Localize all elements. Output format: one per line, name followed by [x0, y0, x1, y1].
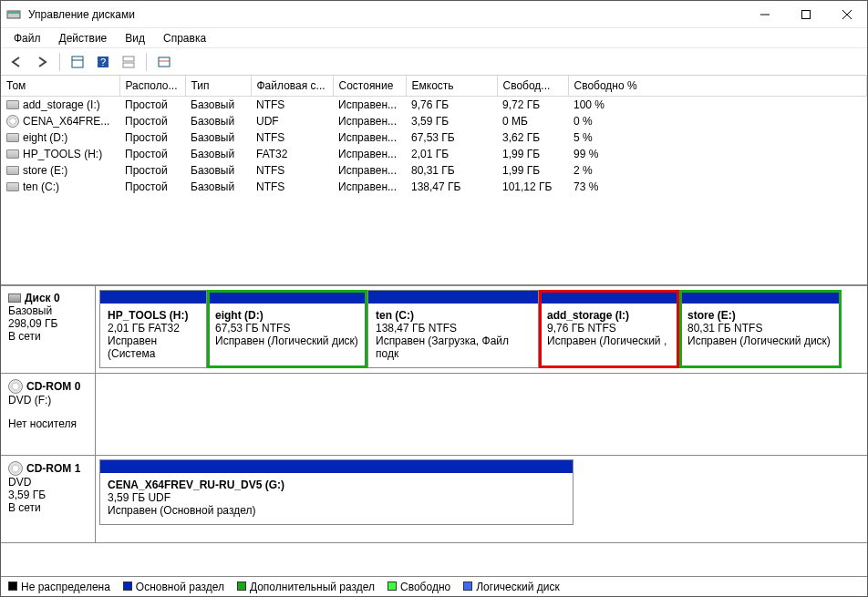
close-button[interactable] — [826, 1, 867, 27]
legend-logical-icon — [463, 582, 472, 591]
svg-rect-1 — [7, 11, 20, 14]
help-icon[interactable]: ? — [93, 52, 113, 72]
volume-icon — [6, 149, 19, 159]
col-free[interactable]: Свобод... — [497, 76, 568, 97]
toolbar-layout-icon[interactable] — [119, 52, 139, 72]
table-row[interactable]: store (E:)ПростойБазовыйNTFSИсправен...8… — [1, 162, 867, 179]
table-row[interactable]: eight (D:)ПростойБазовыйNTFSИсправен...6… — [1, 129, 867, 146]
col-capacity[interactable]: Емкость — [406, 76, 497, 97]
volume-icon — [6, 100, 19, 109]
legend-primary-icon — [123, 582, 132, 591]
menu-action[interactable]: Действие — [52, 30, 115, 46]
volume-icon — [6, 182, 19, 191]
legend-extended-icon — [237, 582, 246, 591]
table-row[interactable]: ten (C:)ПростойБазовыйNTFSИсправен...138… — [1, 179, 867, 195]
partition[interactable]: add_storage (I:)9,76 ГБ NTFSИсправен (Ло… — [539, 290, 679, 368]
volume-list[interactable]: Том Располо... Тип Файловая с... Состоян… — [1, 76, 867, 285]
col-freepct[interactable]: Свободно % — [568, 76, 867, 97]
table-row[interactable]: CENA_X64FRE...ПростойБазовыйUDFИсправен.… — [1, 113, 867, 129]
cdrom-1-label: CD-ROM 1 DVD 3,59 ГБ В сети — [1, 456, 96, 542]
toolbar: ? — [1, 48, 867, 76]
svg-rect-12 — [159, 57, 170, 67]
disk-map: Диск 0 Базовый 298,09 ГБ В сети HP_TOOLS… — [1, 285, 867, 576]
disk-icon — [8, 293, 21, 303]
partition[interactable]: ten (C:)138,47 ГБ NTFSИсправен (Загрузка… — [367, 290, 539, 368]
back-button[interactable] — [6, 52, 26, 72]
volume-icon — [6, 115, 19, 128]
svg-text:?: ? — [100, 57, 106, 67]
forward-button[interactable] — [32, 52, 52, 72]
disk-0-label: Диск 0 Базовый 298,09 ГБ В сети — [1, 286, 96, 373]
maximize-button[interactable] — [785, 1, 826, 27]
table-row[interactable]: HP_TOOLS (H:)ПростойБазовыйFAT32Исправен… — [1, 146, 867, 162]
legend-free-icon — [388, 582, 397, 591]
toolbar-list-icon[interactable] — [154, 52, 174, 72]
legend-unallocated-icon — [8, 582, 17, 591]
col-volume[interactable]: Том — [1, 76, 119, 97]
volume-icon — [6, 133, 19, 142]
menu-view[interactable]: Вид — [118, 30, 152, 46]
toolbar-view-icon[interactable] — [67, 52, 88, 72]
partition[interactable]: eight (D:)67,53 ГБ NTFSИсправен (Логичес… — [207, 290, 367, 368]
column-headers[interactable]: Том Располо... Тип Файловая с... Состоян… — [1, 76, 867, 97]
menu-help[interactable]: Справка — [156, 30, 213, 46]
svg-rect-3 — [801, 10, 810, 18]
cd-icon — [8, 461, 23, 476]
svg-rect-10 — [123, 57, 134, 61]
menubar: Файл Действие Вид Справка — [1, 28, 867, 48]
svg-rect-6 — [72, 57, 83, 67]
cdrom-0-label: CD-ROM 0 DVD (F:) Нет носителя — [1, 374, 96, 455]
app-icon — [6, 7, 21, 22]
disk-0[interactable]: Диск 0 Базовый 298,09 ГБ В сети HP_TOOLS… — [1, 286, 867, 374]
window-title: Управление дисками — [26, 8, 744, 21]
volume-icon — [6, 166, 19, 175]
partition[interactable]: HP_TOOLS (H:)2,01 ГБ FAT32Исправен (Сист… — [99, 290, 207, 368]
svg-rect-11 — [123, 63, 134, 67]
partition[interactable]: store (E:)80,31 ГБ NTFSИсправен (Логичес… — [679, 290, 842, 368]
titlebar: Управление дисками — [1, 1, 867, 28]
col-layout[interactable]: Располо... — [119, 76, 185, 97]
cdrom-1[interactable]: CD-ROM 1 DVD 3,59 ГБ В сети CENA_X64FREV… — [1, 456, 867, 543]
col-status[interactable]: Состояние — [333, 76, 406, 97]
table-row[interactable]: add_storage (I:)ПростойБазовыйNTFSИсправ… — [1, 97, 867, 114]
legend: Не распределена Основной раздел Дополнит… — [1, 576, 867, 596]
col-fs[interactable]: Файловая с... — [251, 76, 333, 97]
col-type[interactable]: Тип — [185, 76, 251, 97]
menu-file[interactable]: Файл — [6, 30, 48, 46]
cd-icon — [8, 379, 23, 394]
minimize-button[interactable] — [744, 1, 785, 27]
cdrom-0[interactable]: CD-ROM 0 DVD (F:) Нет носителя — [1, 374, 867, 456]
partition-cena[interactable]: CENA_X64FREV_RU-RU_DV5 (G:) 3,59 ГБ UDF … — [99, 459, 574, 525]
